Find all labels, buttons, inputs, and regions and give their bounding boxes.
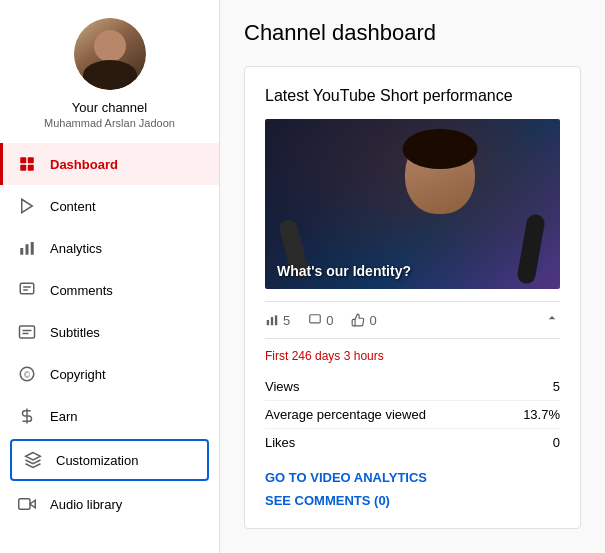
stat-comments-count: 0 <box>326 313 333 328</box>
stat-likes: 0 <box>351 313 376 328</box>
sidebar-item-earn-label: Earn <box>50 409 77 424</box>
content-icon <box>16 195 38 217</box>
svg-rect-6 <box>26 244 29 255</box>
stat-views: 5 <box>265 313 290 328</box>
stat-likes-count: 0 <box>369 313 376 328</box>
svg-rect-20 <box>271 317 273 325</box>
stat-views-count: 5 <box>283 313 290 328</box>
sidebar-item-comments[interactable]: Comments <box>0 269 219 311</box>
audio-library-icon <box>16 493 38 515</box>
svg-rect-2 <box>20 165 26 171</box>
metric-row-avg-viewed: Average percentage viewed 13.7% <box>265 401 560 429</box>
thumbnail-face <box>380 129 500 269</box>
sidebar-item-copyright[interactable]: © Copyright <box>0 353 219 395</box>
video-thumbnail[interactable]: What's our Identity? <box>265 119 560 289</box>
sidebar-item-content-label: Content <box>50 199 96 214</box>
sidebar-item-audio-library[interactable]: Audio library <box>0 483 219 525</box>
sidebar-item-subtitles-label: Subtitles <box>50 325 100 340</box>
comments-icon <box>16 279 38 301</box>
action-links: GO TO VIDEO ANALYTICS SEE COMMENTS (0) <box>265 470 560 508</box>
svg-rect-8 <box>20 283 34 294</box>
sidebar-item-dashboard[interactable]: Dashboard <box>0 143 219 185</box>
sidebar-item-dashboard-label: Dashboard <box>50 157 118 172</box>
sidebar-item-earn[interactable]: Earn <box>0 395 219 437</box>
sidebar-item-content[interactable]: Content <box>0 185 219 227</box>
subtitles-icon <box>16 321 38 343</box>
svg-rect-3 <box>28 165 34 171</box>
thumbs-up-icon <box>351 313 365 327</box>
sidebar-item-customization-label: Customization <box>56 453 138 468</box>
period-text: First 246 days 3 hours <box>265 349 560 363</box>
channel-name: Your channel <box>72 100 147 115</box>
sidebar-item-analytics-label: Analytics <box>50 241 102 256</box>
metric-value-views: 5 <box>553 379 560 394</box>
svg-rect-7 <box>31 242 34 255</box>
svg-marker-4 <box>22 199 33 213</box>
stat-comments: 0 <box>308 313 333 328</box>
sidebar-item-audio-library-label: Audio library <box>50 497 122 512</box>
svg-text:©: © <box>24 371 30 380</box>
video-caption: What's our Identity? <box>265 253 423 289</box>
metric-row-views: Views 5 <box>265 373 560 401</box>
metric-row-likes: Likes 0 <box>265 429 560 456</box>
nav-list: Dashboard Content Analytics <box>0 143 219 525</box>
page-title: Channel dashboard <box>244 20 581 46</box>
svg-marker-17 <box>30 500 35 508</box>
metric-value-likes: 0 <box>553 435 560 450</box>
analytics-icon <box>16 237 38 259</box>
metric-label-views: Views <box>265 379 299 394</box>
customization-icon <box>22 449 44 471</box>
go-to-video-analytics-link[interactable]: GO TO VIDEO ANALYTICS <box>265 470 560 485</box>
see-comments-link[interactable]: SEE COMMENTS (0) <box>265 493 560 508</box>
sidebar-item-copyright-label: Copyright <box>50 367 106 382</box>
expand-button[interactable] <box>544 310 560 330</box>
comment-icon <box>308 313 322 327</box>
svg-rect-19 <box>267 320 269 325</box>
svg-rect-0 <box>20 157 26 163</box>
bar-chart-icon <box>265 313 279 327</box>
metric-label-avg-viewed: Average percentage viewed <box>265 407 426 422</box>
card-title: Latest YouTube Short performance <box>265 87 560 105</box>
sidebar-item-analytics[interactable]: Analytics <box>0 227 219 269</box>
svg-rect-22 <box>310 315 321 323</box>
earn-icon <box>16 405 38 427</box>
svg-rect-11 <box>20 326 35 338</box>
metrics-list: Views 5 Average percentage viewed 13.7% … <box>265 373 560 456</box>
channel-handle: Muhammad Arslan Jadoon <box>44 117 175 129</box>
metric-value-avg-viewed: 13.7% <box>523 407 560 422</box>
sidebar-item-customization[interactable]: Customization <box>10 439 209 481</box>
svg-rect-21 <box>275 315 277 325</box>
metric-label-likes: Likes <box>265 435 295 450</box>
main-content: Channel dashboard Latest YouTube Short p… <box>220 0 605 553</box>
stats-row: 5 0 0 <box>265 301 560 339</box>
copyright-icon: © <box>16 363 38 385</box>
svg-rect-18 <box>19 499 30 510</box>
sidebar-item-subtitles[interactable]: Subtitles <box>0 311 219 353</box>
avatar <box>74 18 146 90</box>
sidebar: Your channel Muhammad Arslan Jadoon Dash… <box>0 0 220 553</box>
sidebar-item-comments-label: Comments <box>50 283 113 298</box>
dashboard-icon <box>16 153 38 175</box>
performance-card: Latest YouTube Short performance What's … <box>244 66 581 529</box>
svg-rect-5 <box>20 248 23 255</box>
svg-rect-1 <box>28 157 34 163</box>
